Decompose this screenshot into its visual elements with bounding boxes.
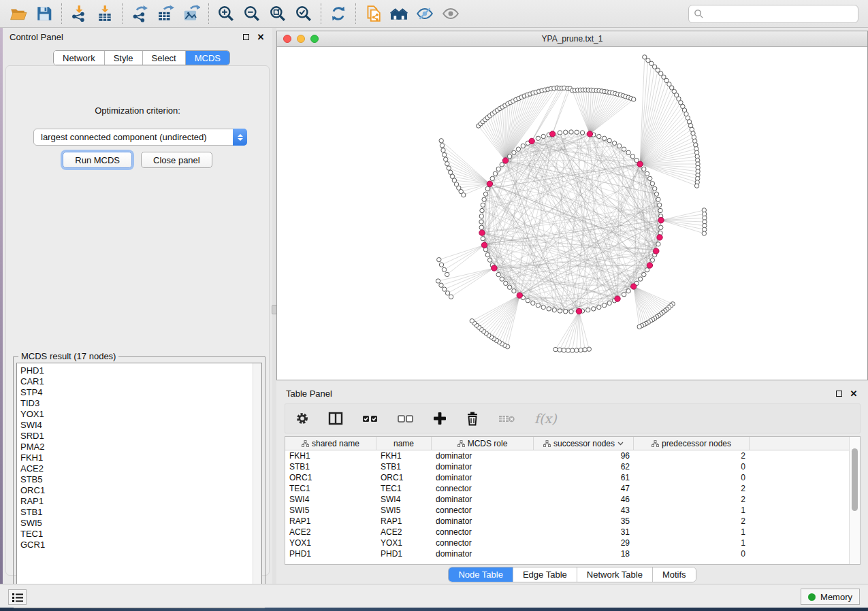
mcds-result-item[interactable]: PMA2 xyxy=(17,442,261,452)
memory-button[interactable]: Memory xyxy=(801,589,860,605)
open-button[interactable] xyxy=(7,3,30,24)
network-graph[interactable] xyxy=(277,47,867,380)
table-settings-button[interactable] xyxy=(295,411,310,426)
column-header-name[interactable]: name xyxy=(376,437,432,450)
export-table-button[interactable] xyxy=(154,3,177,24)
network-titlebar[interactable]: YPA_prune.txt_1 xyxy=(277,31,867,47)
table-row[interactable]: PHD1PHD1dominator180 xyxy=(285,548,860,559)
criterion-select[interactable]: largest connected component (undirected) xyxy=(33,129,247,146)
cell-shared_name: SWI5 xyxy=(285,506,376,515)
tab-edge-table[interactable]: Edge Table xyxy=(513,567,577,582)
mcds-result-list[interactable]: PHD1CAR1STP4TID3YOX1SWI4SRD1PMA2FKH1ACE2… xyxy=(16,363,262,605)
mcds-result-item[interactable]: SWI4 xyxy=(17,420,261,431)
mcds-result-item[interactable]: TID3 xyxy=(17,398,261,409)
export-network-button[interactable] xyxy=(128,3,151,24)
mcds-result-item[interactable]: FKH1 xyxy=(17,452,261,463)
cell-successors: 61 xyxy=(534,473,634,482)
table-row[interactable]: STB1STB1dominator620 xyxy=(285,461,860,472)
zoom-fit-button[interactable] xyxy=(266,3,289,24)
column-header-predecessor-nodes[interactable]: predecessor nodes xyxy=(634,437,750,450)
delete-column-button[interactable] xyxy=(465,411,480,426)
task-history-button[interactable] xyxy=(8,589,27,605)
function-builder-button[interactable]: f(x) xyxy=(534,411,557,426)
tab-mcds[interactable]: MCDS xyxy=(186,51,229,65)
mcds-result-item[interactable]: YOX1 xyxy=(17,409,261,420)
import-network-icon xyxy=(70,5,88,22)
save-button[interactable] xyxy=(33,3,56,24)
mcds-list-scrollbar[interactable] xyxy=(253,363,261,604)
close-panel-button[interactable]: Close panel xyxy=(141,152,212,168)
mcds-result-item[interactable]: STP4 xyxy=(17,387,261,398)
column-header-successor-nodes[interactable]: successor nodes xyxy=(534,437,634,450)
table-row[interactable]: SWI5SWI5connector431 xyxy=(285,505,860,516)
zoom-in-button[interactable] xyxy=(214,3,238,24)
cell-shared_name: FKH1 xyxy=(285,451,376,461)
tab-network-table[interactable]: Network Table xyxy=(577,567,653,582)
import-network-button[interactable] xyxy=(67,3,91,24)
delete-table-button[interactable] xyxy=(498,411,517,426)
column-header-shared-name[interactable]: shared name xyxy=(285,437,376,450)
table-row[interactable]: RAP1RAP1dominator352 xyxy=(285,516,860,527)
tab-select[interactable]: Select xyxy=(143,51,186,65)
show-hidden-button[interactable] xyxy=(439,3,462,24)
network-canvas[interactable] xyxy=(277,47,867,380)
table-row[interactable]: SWI4SWI4dominator462 xyxy=(285,494,860,505)
table-row[interactable]: ACE2ACE2connector311 xyxy=(285,527,860,538)
mcds-result-item[interactable]: STB5 xyxy=(17,474,261,485)
mcds-result-item[interactable]: CAR1 xyxy=(17,376,261,387)
tab-node-table[interactable]: Node Table xyxy=(449,567,513,582)
cell-role: dominator xyxy=(432,549,534,559)
select-stepper-icon xyxy=(233,129,247,146)
column-header-MCDS-role[interactable]: MCDS role xyxy=(432,437,534,450)
table-row[interactable]: TEC1TEC1connector472 xyxy=(285,483,860,494)
mcds-result-groupbox: MCDS result (17 nodes) PHD1CAR1STP4TID3Y… xyxy=(13,356,266,608)
deselect-all-rows-icon xyxy=(397,411,415,426)
show-all-button[interactable] xyxy=(387,3,411,24)
cell-shared_name: YOX1 xyxy=(285,538,376,548)
mcds-result-item[interactable]: SRD1 xyxy=(17,431,261,442)
select-all-rows-button[interactable] xyxy=(361,411,379,426)
table-row[interactable]: YOX1YOX1connector291 xyxy=(285,538,860,548)
memory-label: Memory xyxy=(820,592,852,602)
cell-name: STB1 xyxy=(376,462,432,472)
mcds-result-item[interactable]: STB1 xyxy=(17,507,261,518)
mcds-result-item[interactable]: TEC1 xyxy=(17,529,261,540)
deselect-all-rows-button[interactable] xyxy=(397,411,415,426)
mcds-result-item[interactable]: SWI5 xyxy=(17,518,261,529)
tab-motifs[interactable]: Motifs xyxy=(653,567,696,582)
mcds-result-item[interactable]: GCR1 xyxy=(17,540,261,550)
table-panel: Table Panel ✕ xyxy=(276,384,868,584)
mcds-result-item[interactable]: RAP1 xyxy=(17,496,261,507)
refresh-button[interactable] xyxy=(327,3,350,24)
table-panel-header: Table Panel ✕ xyxy=(276,384,868,402)
tab-network[interactable]: Network xyxy=(54,51,105,65)
add-column-button[interactable] xyxy=(432,411,447,426)
import-table-button[interactable] xyxy=(93,3,116,24)
close-panel-icon[interactable]: ✕ xyxy=(256,32,266,42)
hide-selected-button[interactable] xyxy=(413,3,436,24)
table-tabs: Node TableEdge TableNetwork TableMotifs xyxy=(276,567,868,582)
cell-successors: 47 xyxy=(534,484,634,493)
clone-network-button[interactable] xyxy=(361,3,385,24)
export-image-button[interactable] xyxy=(180,3,203,24)
cell-successors: 62 xyxy=(534,462,634,472)
zoom-selected-button[interactable] xyxy=(292,3,315,24)
scrollbar-thumb[interactable] xyxy=(852,448,858,511)
search-field[interactable] xyxy=(688,5,858,23)
float-panel-icon[interactable] xyxy=(241,32,251,42)
mcds-result-item[interactable]: ORC1 xyxy=(17,485,261,496)
table-row[interactable]: FKH1FKH1dominator962 xyxy=(285,450,860,461)
split-view-button[interactable] xyxy=(327,411,344,426)
mcds-result-item[interactable]: ACE2 xyxy=(17,463,261,474)
float-panel-icon[interactable] xyxy=(834,389,843,398)
run-mcds-button[interactable]: Run MCDS xyxy=(63,152,132,168)
mcds-result-item[interactable]: PHD1 xyxy=(17,365,261,376)
zoom-out-button[interactable] xyxy=(240,3,263,24)
table-row[interactable]: ORC1ORC1dominator610 xyxy=(285,472,860,483)
table-scrollbar[interactable] xyxy=(849,437,860,564)
search-input[interactable] xyxy=(704,9,858,19)
leaf-nodes[interactable] xyxy=(436,55,707,352)
export-network-icon xyxy=(131,5,148,22)
close-panel-icon[interactable]: ✕ xyxy=(849,389,858,398)
tab-style[interactable]: Style xyxy=(105,51,143,65)
